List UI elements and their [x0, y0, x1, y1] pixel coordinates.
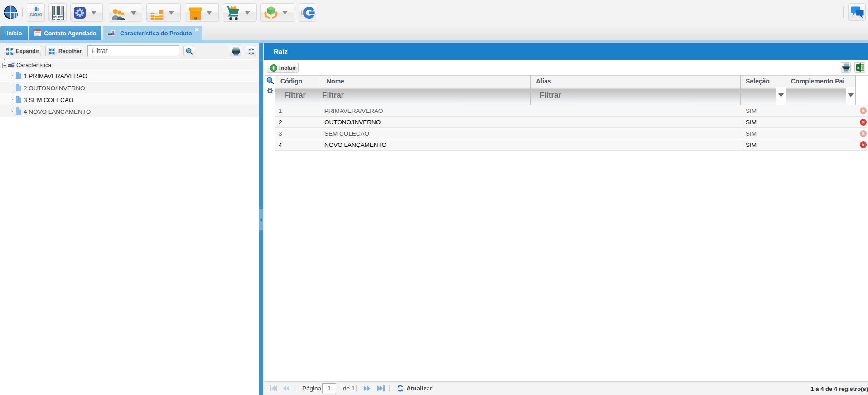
- svg-text:X: X: [857, 65, 860, 70]
- svg-text:BOLETO: BOLETO: [52, 15, 64, 19]
